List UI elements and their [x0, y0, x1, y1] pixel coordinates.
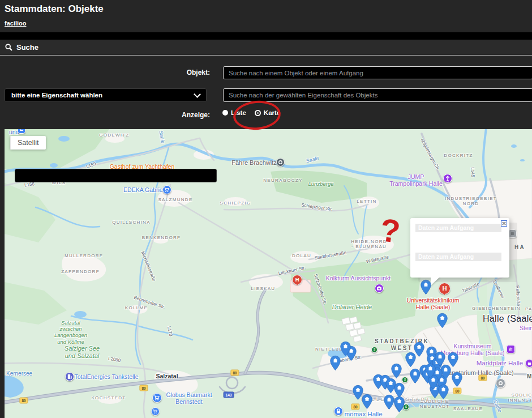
- map-label: Fähre Brachwitz: [231, 159, 276, 167]
- map-label: DÖLAU: [292, 253, 311, 258]
- map-type-karte-button[interactable]: Karte: [15, 169, 217, 182]
- map-label: ZAPPENDORF: [61, 269, 100, 274]
- map-label: PAULU: [525, 306, 532, 312]
- road-number-badge: 80: [478, 375, 487, 381]
- map-label: Reilstraße: [514, 285, 521, 306]
- object-map-pin[interactable]: [391, 363, 402, 379]
- search-section-header[interactable]: Suche: [0, 40, 532, 56]
- eigenschaft-search-input[interactable]: [223, 88, 532, 102]
- s-icon[interactable]: S: [402, 377, 408, 383]
- object-map-pin[interactable]: [384, 394, 394, 410]
- map-label: Waldstraße: [366, 254, 389, 265]
- svg-text:H: H: [442, 285, 447, 292]
- infowindow-field-2: Daten zum Aufgang: [415, 253, 501, 261]
- hospital-marker-tail: [442, 292, 447, 297]
- object-map-pin[interactable]: [340, 341, 351, 357]
- fuel-icon[interactable]: [65, 372, 74, 381]
- road-number-badge: 80: [453, 388, 461, 394]
- cart-icon[interactable]: [162, 185, 171, 194]
- object-map-pin[interactable]: [330, 355, 341, 371]
- map-label: Michaelisstraße: [140, 250, 157, 281]
- radio-karte-dot[interactable]: [255, 110, 261, 116]
- castle-icon[interactable]: [525, 359, 532, 368]
- objekt-search-input[interactable]: [223, 66, 532, 79]
- breadcrumb-link[interactable]: facilioo: [5, 20, 27, 27]
- map-label: Salzatal: [156, 373, 178, 379]
- map-label: GIEBICHENSTEIN: [472, 306, 521, 311]
- radio-karte[interactable]: Karte: [255, 109, 280, 116]
- map-label: KÖCHSTEDT: [91, 395, 126, 400]
- radio-liste-dot[interactable]: [222, 110, 228, 116]
- map-label: JUMP Trampolinpark Halle: [389, 173, 443, 187]
- map-label: Stadtforststraße: [314, 250, 347, 261]
- radio-liste[interactable]: Liste: [222, 109, 246, 116]
- road-number-badge: 80: [230, 370, 239, 376]
- object-map-pin[interactable]: [448, 352, 458, 368]
- map-label: mömax Halle: [344, 411, 382, 418]
- map-label: Kolkturm Aussichtspunkt: [326, 275, 391, 281]
- map-label: INDUSTRIEGEBIET NORD: [445, 196, 497, 207]
- map-label: SÜDLICHE INNENSTADT: [508, 393, 532, 403]
- radio-liste-label: Liste: [231, 109, 246, 116]
- radio-karte-label: Karte: [264, 109, 280, 116]
- object-map-pin[interactable]: [452, 372, 462, 387]
- map-label: Salzatal zwischen Langenbogen und Köllme: [54, 319, 87, 345]
- object-map-pin[interactable]: [414, 342, 424, 357]
- map-label: Salzmünder Str.: [313, 273, 328, 305]
- map-label: QUILLSCHINA: [112, 220, 151, 225]
- eigenschaft-select[interactable]: bitte eine Eigenschaft wählen: [5, 88, 207, 102]
- object-map-pin[interactable]: [353, 385, 363, 400]
- map-label: Dölauer Heide: [332, 304, 372, 311]
- object-map-pin[interactable]: [394, 396, 405, 412]
- map-label: Saale: [306, 155, 320, 164]
- person-icon[interactable]: [443, 174, 452, 183]
- map-label: L2080: [108, 356, 121, 363]
- lock-icon[interactable]: [334, 407, 343, 416]
- map-label: Marktplatz Halle: [477, 360, 523, 368]
- hospital-icon[interactable]: H: [292, 275, 302, 285]
- eigenschaft-select-value: bitte eine Eigenschaft wählen: [11, 92, 102, 99]
- map-label: TotalEnergies Tankstelle: [74, 373, 138, 380]
- graydot-icon[interactable]: [496, 378, 505, 388]
- map-label: Steint: [520, 325, 532, 331]
- page-header: Stammdaten: Objekte facilioo: [0, 0, 532, 32]
- object-map-pin[interactable]: [437, 313, 448, 329]
- infowindow-close-icon[interactable]: [501, 220, 507, 227]
- filter-form: Objekt: bitte eine Eigenschaft wählen An…: [0, 56, 532, 129]
- road-number-badge: 80: [19, 398, 28, 404]
- camera-icon[interactable]: [375, 284, 384, 293]
- road-number-badge: 80: [139, 385, 148, 391]
- map-label: Lunzberge: [308, 181, 334, 187]
- map-label: Salziger See und Salzatal: [65, 345, 100, 360]
- anzeige-label: Anzeige:: [148, 111, 210, 119]
- road-number-badge: 143: [224, 392, 234, 398]
- map-label: Kernersee: [6, 370, 32, 377]
- s-icon[interactable]: S: [371, 347, 377, 353]
- map-label: SÜDLICHE NEUSTADT: [420, 399, 450, 410]
- map-label: DÖCKRITZ: [444, 153, 473, 158]
- cart-icon[interactable]: [151, 407, 160, 416]
- page-title: Stammdaten: Objekte: [5, 3, 527, 15]
- object-map-pin[interactable]: [438, 384, 449, 400]
- museum-icon[interactable]: [507, 345, 515, 353]
- cart-icon[interactable]: [152, 393, 162, 403]
- map-label: SALZMÜNDE: [158, 197, 192, 202]
- map-label: Saale: [492, 399, 503, 413]
- map-label: Bennstedter Str.: [133, 295, 165, 310]
- map-label: MIT: [527, 373, 532, 380]
- object-infowindow: Daten zum Aufgang Daten zum Aufgang: [410, 218, 509, 278]
- ferry-icon[interactable]: [276, 158, 285, 167]
- map-label: HEIDE-NORD · BLUMENAU: [351, 239, 387, 250]
- objekt-label: Objekt:: [148, 69, 210, 76]
- object-map-pin[interactable]: [421, 279, 431, 295]
- bed-icon[interactable]: [18, 129, 25, 134]
- map-label: Halle (Saale): [483, 314, 532, 325]
- object-map-pin[interactable]: [425, 363, 436, 379]
- hospital-icon[interactable]: H: [439, 283, 451, 295]
- map-label: L145: [470, 167, 475, 177]
- map-label: NEURAGOCZY: [263, 178, 302, 183]
- map-container[interactable]: GÖDEWITZSALZMÜNDEQUILLSCHINABENKENDORFMÜ…: [5, 129, 532, 418]
- map-type-control: Karte Satellit: [10, 136, 46, 150]
- map-label: Magdeburger Ch.: [419, 138, 441, 171]
- map-type-satellit-button[interactable]: Satellit: [10, 136, 46, 150]
